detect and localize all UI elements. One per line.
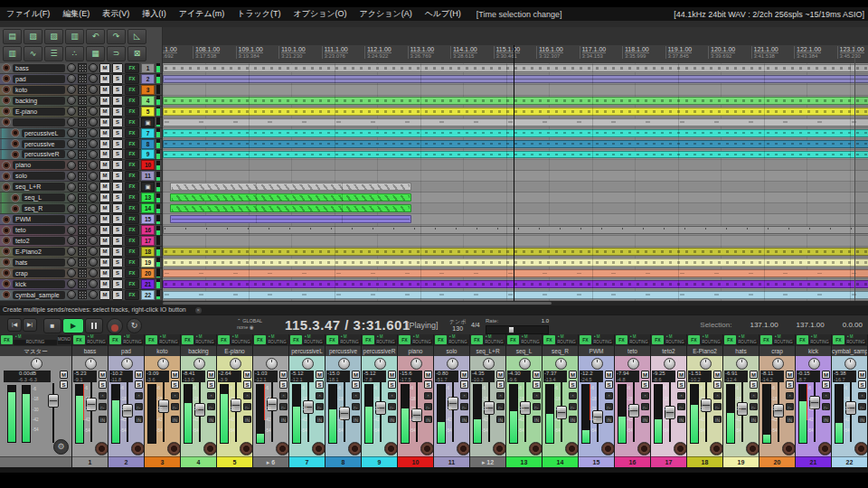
track-number-badge[interactable]: 4 (141, 96, 155, 106)
solo-button[interactable]: S (460, 380, 468, 389)
send-button[interactable]: ▷ (858, 403, 866, 410)
menu-item[interactable]: 編集(E) (56, 8, 96, 20)
solo-button[interactable]: S (496, 380, 505, 389)
arrange-lane[interactable] (163, 268, 868, 279)
routing-button[interactable] (78, 139, 87, 148)
pan-knob[interactable] (230, 358, 241, 370)
send-button[interactable]: ▷ (171, 403, 179, 410)
input-button[interactable]: IN (135, 416, 143, 423)
routing-button[interactable] (78, 204, 87, 213)
record-arm-button[interactable] (529, 442, 542, 455)
record-button[interactable] (107, 318, 123, 334)
track-number-badge[interactable]: 9 (141, 149, 155, 159)
mixer-strip[interactable]: FX• MROUTINGE-Piano2-1.51-10.2MS⌃▷IN-6-1… (687, 334, 723, 467)
fx-button[interactable]: FX (125, 96, 139, 106)
envelope-button[interactable]: ⌃ (424, 392, 432, 399)
mixer-fx-button[interactable]: FX (652, 335, 664, 344)
volume-readout[interactable]: -15.6-17.5 (399, 371, 422, 382)
envelope-button[interactable]: ⌃ (822, 392, 830, 399)
snap-icon[interactable]: ⊃ (107, 46, 126, 61)
mixer-fx-button[interactable]: FX (471, 335, 483, 344)
mixer-fx-button[interactable]: FX (182, 335, 193, 344)
track-panel-row[interactable]: kickMSFX21 (0, 279, 162, 290)
record-arm-button[interactable] (348, 442, 361, 455)
metronome-icon[interactable]: ◺ (127, 29, 146, 44)
mixer-fx-button[interactable]: FX (760, 335, 772, 344)
lock-icon[interactable]: ⊠ (127, 46, 146, 61)
volume-knob[interactable] (67, 96, 76, 105)
track-number-badge[interactable]: 21 (141, 279, 155, 289)
pan-knob[interactable] (89, 128, 98, 137)
fx-button[interactable]: FX (125, 128, 139, 138)
mute-button[interactable]: M (99, 268, 110, 278)
fader-thumb[interactable] (267, 398, 278, 411)
track-number-badge[interactable]: 10 (141, 160, 155, 170)
mixer-routing-button[interactable]: ROUTING (158, 340, 179, 345)
mixer-strip[interactable]: FX• MROUTINGpercussiveR-5.12-7.8MS⌃▷IN-6… (362, 334, 398, 467)
solo-button[interactable]: S (112, 128, 123, 138)
mixer-fx-button[interactable]: FX (833, 335, 844, 344)
fx-button[interactable]: FX (125, 139, 139, 149)
mute-button[interactable]: M (99, 203, 110, 213)
mute-button[interactable]: M (99, 85, 110, 95)
track-panel-row[interactable]: percussiveMSFX8 (0, 139, 162, 150)
track-name[interactable]: piano (13, 161, 65, 169)
mute-button[interactable]: M (135, 371, 143, 379)
mixer-strip-master[interactable]: FX• MROUTINGMONOマスター0.00dB-6.3 -6.3MS-6-… (0, 334, 72, 467)
routing-button[interactable] (78, 236, 87, 245)
pan-knob[interactable] (591, 358, 603, 370)
mixer-strip[interactable]: FX• MROUTINGbass-5.23-9.1MS⌃▷IN-6-18-30-… (72, 334, 108, 467)
solo-button[interactable]: S (352, 380, 360, 389)
menu-item[interactable]: オプション(O) (288, 8, 354, 20)
mute-button[interactable]: M (99, 160, 110, 170)
volume-readout[interactable]: -8.41-13.0 (182, 371, 205, 382)
media-item[interactable] (163, 291, 868, 299)
input-button[interactable]: IN (352, 416, 360, 423)
mixer-routing-button[interactable]: ROUTING (773, 340, 794, 345)
pan-knob[interactable] (157, 358, 169, 370)
envelope-button[interactable]: ⌃ (496, 392, 505, 399)
volume-readout[interactable]: -4.30-9.6 (507, 371, 531, 382)
mixer-fx-button[interactable]: FX (1, 335, 13, 344)
solo-button[interactable]: S (112, 214, 123, 224)
arrange-lane[interactable] (163, 128, 868, 139)
record-arm-button[interactable] (2, 215, 11, 224)
mixer-routing-button[interactable]: ROUTING (122, 340, 143, 345)
send-button[interactable]: ▷ (677, 403, 685, 410)
mixer-routing-button[interactable]: ROUTING (339, 340, 360, 345)
routing-button[interactable] (78, 215, 87, 224)
project-settings-icon[interactable]: ▨ (44, 29, 63, 44)
fader-thumb[interactable] (520, 401, 531, 415)
media-item[interactable] (163, 97, 868, 105)
routing-button[interactable] (78, 74, 87, 83)
track-panel-row[interactable]: seq_LMSFX13 (0, 192, 162, 203)
mute-button[interactable]: M (99, 371, 107, 379)
volume-knob[interactable] (67, 215, 76, 224)
mute-button[interactable]: M (99, 74, 110, 84)
solo-button[interactable]: S (112, 74, 123, 84)
menu-item[interactable]: ヘルプ(H) (419, 8, 467, 20)
volume-knob[interactable] (67, 139, 76, 148)
mixer-routing-button[interactable]: ROUTING (520, 340, 541, 345)
volume-readout[interactable]: -7.94-4.8 (616, 371, 639, 382)
record-arm-button[interactable] (312, 442, 325, 455)
pan-knob[interactable] (89, 226, 98, 235)
undo-icon[interactable]: ↶ (86, 29, 105, 44)
menu-item[interactable]: ファイル(F) (0, 8, 56, 20)
fader-thumb[interactable] (592, 410, 603, 424)
fx-button[interactable]: FX (125, 279, 139, 289)
track-panel-row[interactable]: padMSFX2 (0, 74, 162, 85)
envelope-button[interactable]: ⌃ (460, 392, 468, 399)
mute-button[interactable]: M (641, 371, 649, 379)
volume-readout[interactable]: -5.12-12.1 (290, 371, 314, 382)
solo-button[interactable]: S (112, 290, 123, 300)
solo-button[interactable]: S (99, 380, 107, 389)
mixer-fx-button[interactable]: FX (399, 335, 410, 344)
fader-thumb[interactable] (194, 403, 205, 417)
arrange-lane[interactable] (163, 279, 868, 290)
timeline-ruler[interactable]: 107.1.003:15.692108.1.003:17.538109.1.00… (163, 45, 868, 64)
arrange-lane[interactable] (163, 63, 868, 74)
send-button[interactable]: ▷ (605, 403, 613, 410)
record-arm-button[interactable] (11, 150, 20, 159)
mute-button[interactable]: M (316, 371, 324, 379)
